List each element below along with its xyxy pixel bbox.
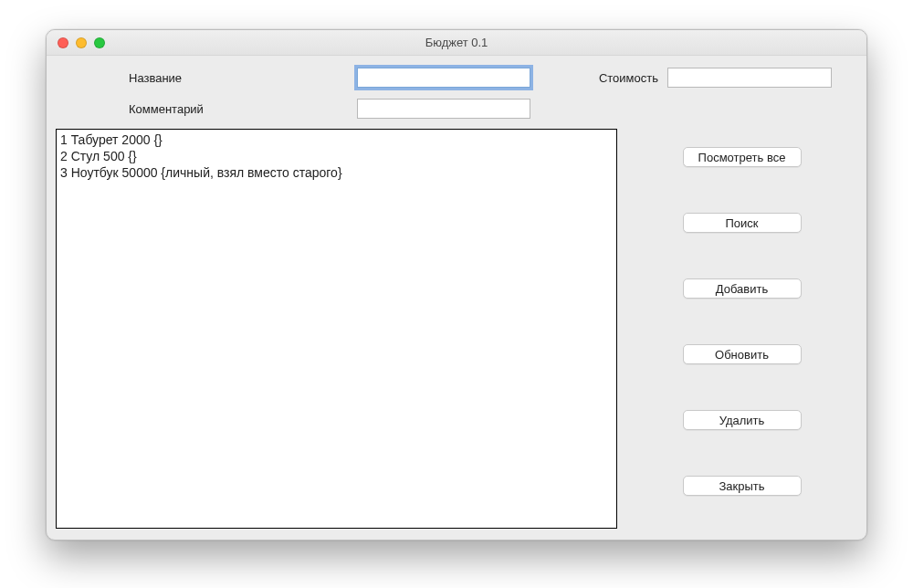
window-content: Название Стоимость Комментарий 1 Табурет… <box>47 56 866 540</box>
cost-label: Стоимость <box>530 71 667 85</box>
traffic-lights <box>58 37 105 48</box>
name-input[interactable] <box>357 68 530 88</box>
row-name-cost: Название Стоимость <box>56 65 857 90</box>
close-button[interactable]: Закрыть <box>683 476 802 496</box>
app-window: Бюджет 0.1 Название Стоимость Комментари… <box>46 29 867 541</box>
view-all-button[interactable]: Посмотреть все <box>683 147 802 167</box>
items-listbox[interactable]: 1 Табурет 2000 {} 2 Стул 500 {} 3 Ноутбу… <box>56 129 617 529</box>
delete-button[interactable]: Удалить <box>683 410 802 430</box>
update-button[interactable]: Обновить <box>683 344 802 364</box>
comment-input[interactable] <box>357 99 530 119</box>
name-label: Название <box>56 71 357 85</box>
titlebar: Бюджет 0.1 <box>47 30 866 56</box>
zoom-window-icon[interactable] <box>94 37 105 48</box>
minimize-window-icon[interactable] <box>76 37 87 48</box>
window-title: Бюджет 0.1 <box>47 36 866 49</box>
cost-input[interactable] <box>667 68 832 88</box>
button-sidebar: Посмотреть все Поиск Добавить Обновить У… <box>626 129 857 529</box>
close-window-icon[interactable] <box>58 37 68 48</box>
add-button[interactable]: Добавить <box>683 278 802 299</box>
body-row: 1 Табурет 2000 {} 2 Стул 500 {} 3 Ноутбу… <box>56 129 857 529</box>
row-comment: Комментарий <box>56 96 857 121</box>
comment-label: Комментарий <box>56 102 357 116</box>
search-button[interactable]: Поиск <box>683 213 802 233</box>
